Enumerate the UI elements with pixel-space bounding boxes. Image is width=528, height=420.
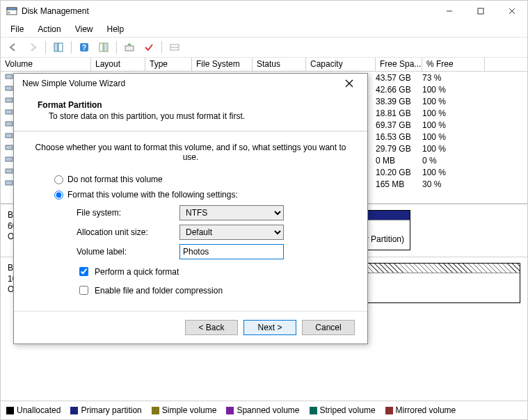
col-filesystem[interactable]: File System <box>192 58 253 71</box>
svg-rect-18 <box>6 98 13 102</box>
cell-pctfree: 0 % <box>422 156 485 165</box>
col-layout[interactable]: Layout <box>91 58 145 71</box>
svg-rect-21 <box>6 134 13 138</box>
toolbar-icon-3[interactable] <box>166 40 183 55</box>
filesystem-select[interactable]: NTFS <box>179 205 284 220</box>
menu-file[interactable]: File <box>5 23 29 35</box>
cell-pctfree: 100 % <box>422 168 485 177</box>
compression-checkbox[interactable] <box>79 286 88 295</box>
col-type[interactable]: Type <box>145 58 192 71</box>
menubar: File Action View Help <box>1 22 527 37</box>
wizard-instruction: Choose whether you want to format this v… <box>31 143 351 162</box>
toolbar-icon-2[interactable] <box>95 40 112 55</box>
svg-rect-13 <box>125 46 134 51</box>
svg-text:?: ? <box>82 44 86 51</box>
svg-rect-16 <box>6 74 13 79</box>
cell-pctfree: 100 % <box>422 120 485 130</box>
back-button[interactable] <box>5 40 22 55</box>
cell-pctfree: 100 % <box>422 144 485 154</box>
svg-rect-24 <box>6 169 13 173</box>
col-volume[interactable]: Volume <box>1 58 91 71</box>
wizard-close-button[interactable] <box>337 75 362 92</box>
volume-icon <box>5 120 13 128</box>
wizard-title: New Simple Volume Wizard <box>22 79 337 88</box>
volume-icon <box>5 72 13 81</box>
titlebar: Disk Management <box>1 1 527 22</box>
volume-icon <box>5 179 13 187</box>
wizard-subheading: To store data on this partition, you mus… <box>49 111 351 121</box>
next-button[interactable]: Next > <box>243 320 296 335</box>
volume-icon <box>5 143 13 152</box>
minimize-button[interactable] <box>433 1 465 22</box>
close-button[interactable] <box>496 1 527 22</box>
compression-label: Enable file and folder compression <box>95 286 223 296</box>
cell-free: 16.53 GB <box>376 132 422 142</box>
svg-rect-1 <box>7 8 17 10</box>
column-headers: Volume Layout Type File System Status Ca… <box>1 58 527 72</box>
cancel-button[interactable]: Cancel <box>302 320 355 335</box>
filesystem-label: File system: <box>77 208 174 218</box>
menu-help[interactable]: Help <box>102 23 130 35</box>
col-freespace[interactable]: Free Spa... <box>376 58 422 71</box>
svg-rect-12 <box>104 43 108 51</box>
cell-free: 29.79 GB <box>376 144 422 154</box>
menu-action[interactable]: Action <box>32 23 66 35</box>
cell-pctfree: 100 % <box>422 132 485 142</box>
legend-simple: Simple volume <box>162 405 217 415</box>
toolbar-icon-1[interactable] <box>50 40 67 55</box>
refresh-icon[interactable] <box>121 40 138 55</box>
legend-unallocated: Unallocated <box>17 405 61 415</box>
allocation-label: Allocation unit size: <box>77 227 174 237</box>
legend-mirrored: Mirrored volume <box>396 405 456 415</box>
cell-pctfree: 30 % <box>422 179 485 189</box>
wizard-heading: Format Partition <box>38 100 351 110</box>
volumelabel-label: Volume label: <box>77 247 174 257</box>
cell-pctfree: 100 % <box>422 108 485 118</box>
radio-do-not-format[interactable] <box>54 175 63 184</box>
svg-rect-8 <box>58 43 63 51</box>
quickformat-label: Perform a quick format <box>95 267 179 277</box>
help-icon[interactable]: ? <box>76 40 93 55</box>
toolbar: ? <box>1 37 527 58</box>
radio-format[interactable] <box>54 191 63 200</box>
cell-free: 38.39 GB <box>376 97 422 106</box>
svg-rect-4 <box>478 8 483 14</box>
svg-rect-22 <box>6 145 13 150</box>
svg-rect-17 <box>6 86 13 90</box>
svg-rect-11 <box>99 43 103 51</box>
volumelabel-input[interactable] <box>179 244 284 259</box>
col-pctfree[interactable]: % Free <box>422 58 485 71</box>
app-icon <box>6 6 17 17</box>
quickformat-checkbox[interactable] <box>79 267 88 276</box>
volume-icon <box>5 108 13 116</box>
menu-view[interactable]: View <box>70 23 99 35</box>
svg-rect-7 <box>54 43 58 51</box>
radio-do-not-format-label: Do not format this volume <box>67 175 163 184</box>
cell-pctfree: 100 % <box>422 85 485 95</box>
window-title: Disk Management <box>22 6 433 16</box>
cell-free: 0 MB <box>376 156 422 165</box>
cell-pctfree: 73 % <box>422 73 485 83</box>
col-status[interactable]: Status <box>253 58 306 71</box>
allocation-select[interactable]: Default <box>179 225 284 240</box>
svg-rect-19 <box>6 110 13 114</box>
svg-rect-20 <box>6 122 13 126</box>
cell-pctfree: 100 % <box>422 97 485 106</box>
maximize-button[interactable] <box>465 1 496 22</box>
radio-format-label: Format this volume with the following se… <box>67 190 238 200</box>
legend: Unallocated Primary partition Simple vol… <box>1 401 527 419</box>
svg-rect-23 <box>6 157 13 161</box>
legend-spanned: Spanned volume <box>237 405 299 415</box>
col-capacity[interactable]: Capacity <box>306 58 376 71</box>
cell-free: 165 MB <box>376 179 422 189</box>
svg-point-2 <box>8 12 10 14</box>
wizard-dialog: New Simple Volume Wizard Format Partitio… <box>13 73 368 344</box>
cell-free: 18.81 GB <box>376 108 422 118</box>
cell-free: 42.66 GB <box>376 85 422 95</box>
volume-icon <box>5 155 13 163</box>
forward-button[interactable] <box>24 40 41 55</box>
check-icon[interactable] <box>141 40 157 55</box>
legend-striped: Striped volume <box>320 405 376 415</box>
volume-icon <box>5 167 13 175</box>
back-button-wizard[interactable]: < Back <box>185 320 238 335</box>
